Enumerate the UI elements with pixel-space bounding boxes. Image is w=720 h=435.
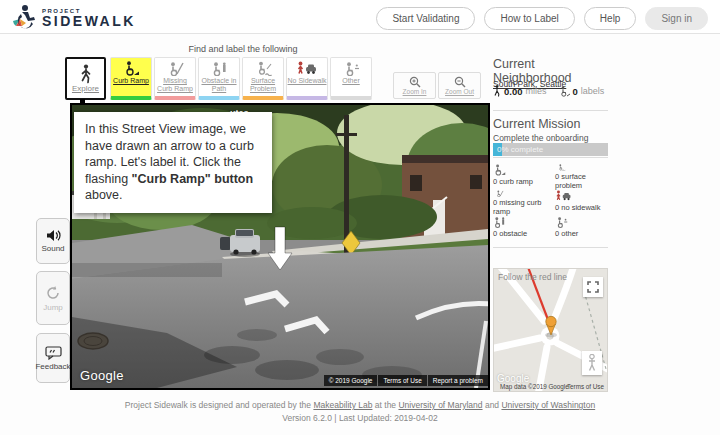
help-button[interactable]: Help	[584, 7, 637, 30]
sign-in-button[interactable]: Sign in	[645, 7, 708, 30]
jump-reset-icon	[45, 285, 61, 301]
pegman-icon	[587, 354, 597, 372]
label-buttons-row: Curb Ramp Missing Curb Ramp Obstacle in …	[110, 57, 372, 100]
map-attribution: Map data ©2019 Google	[500, 383, 569, 390]
zoom-in-button[interactable]: Zoom In	[393, 72, 436, 99]
label-button-text: Surface Problem	[243, 77, 283, 93]
label-button-surface-problem[interactable]: Surface Problem	[242, 57, 284, 100]
mission-progress-text: 0% complete	[497, 145, 543, 154]
surface-problem-icon	[255, 61, 272, 76]
curb-ramp-count-icon	[493, 164, 506, 176]
missing-curb-ramp-count-icon	[493, 190, 506, 197]
tutorial-text-after: above.	[85, 188, 123, 202]
zoom-in-icon	[409, 76, 421, 88]
header-nav: Start Validating How to Label Help Sign …	[376, 7, 708, 30]
sidebar-divider	[493, 157, 608, 158]
feedback-button[interactable]: Feedback	[36, 333, 70, 383]
mission-title: Current Mission	[493, 117, 608, 131]
label-button-text: Missing Curb Ramp	[155, 77, 195, 93]
label-button-text: Obstacle in Path	[199, 77, 239, 93]
feedback-button-label: Feedback	[35, 362, 70, 371]
feedback-speech-bubble-icon	[45, 346, 62, 360]
footer-credits: Project Sidewalk is designed and operate…	[0, 399, 720, 412]
sound-button-label: Sound	[41, 244, 64, 253]
gsv-copyright: © 2019 Google	[324, 375, 378, 386]
explore-button-label: Explore	[72, 84, 99, 93]
sound-button[interactable]: Sound	[36, 218, 70, 264]
count-obstacle: 0 obstacle	[493, 216, 555, 242]
label-counts-grid: 0 curb ramp 0 surface problem 0 missing …	[493, 164, 615, 242]
other-count-icon	[555, 216, 568, 228]
map-terms-link[interactable]: Terms of Use	[567, 383, 604, 390]
curb-ramp-icon	[123, 61, 140, 76]
sidebar-divider	[493, 110, 608, 111]
fullscreen-icon	[587, 281, 599, 293]
count-other: 0 other	[555, 216, 615, 242]
walking-person-mini-icon	[493, 85, 501, 97]
count-surface-problem: 0 surface problem	[555, 164, 615, 190]
tutorial-popup: In this Street View image, we have drawn…	[74, 112, 272, 213]
surface-problem-count-icon	[555, 164, 568, 171]
jump-button[interactable]: Jump	[36, 271, 70, 325]
miles-unit: miles	[526, 86, 547, 96]
label-button-no-sidewalk[interactable]: No Sidewalk	[286, 57, 328, 100]
gsv-terms-link[interactable]: Terms of Use	[377, 375, 426, 386]
label-button-other[interactable]: Other	[330, 57, 372, 100]
zoom-buttons: Zoom In Zoom Out	[393, 72, 481, 99]
labels-stat: 0 labels	[559, 86, 605, 97]
jump-button-label: Jump	[43, 303, 63, 312]
no-sidewalk-count-icon	[555, 190, 572, 202]
university-of-maryland-link[interactable]: University of Maryland	[398, 400, 482, 410]
logo-wheelchair-icon	[12, 4, 38, 31]
map-instruction: Follow the red line	[498, 272, 567, 282]
label-button-text: No Sidewalk	[288, 77, 327, 85]
pegman-button[interactable]	[582, 351, 602, 375]
zoom-out-button[interactable]: Zoom Out	[438, 72, 481, 99]
footer-version: Version 6.2.0 | Last Updated: 2019-04-02	[0, 412, 720, 425]
project-sidewalk-logo[interactable]: PROJECT SIDEWALK	[12, 4, 136, 31]
labels-value: 0	[573, 86, 578, 97]
toolbar-heading: Find and label the following	[110, 44, 376, 54]
gsv-report-problem-link[interactable]: Report a problem	[427, 375, 488, 386]
miles-stat: 0.00 miles	[493, 85, 547, 97]
footer: Project Sidewalk is designed and operate…	[0, 399, 720, 425]
zoom-out-label: Zoom Out	[445, 88, 474, 95]
label-button-text: Curb Ramp	[113, 77, 149, 85]
no-sidewalk-icon	[296, 61, 318, 76]
gsv-attribution-bar: © 2019 Google Terms of Use Report a prob…	[324, 375, 488, 386]
project-sidewalk-app: PROJECT SIDEWALK Start Validating How to…	[0, 0, 720, 435]
count-curb-ramp: 0 curb ramp	[493, 164, 555, 190]
labels-unit: labels	[581, 86, 605, 96]
zoom-out-icon	[454, 76, 466, 88]
fullscreen-button[interactable]	[583, 277, 603, 297]
other-label-icon	[343, 61, 360, 76]
makeability-lab-link[interactable]: Makeability Lab	[313, 400, 372, 410]
speaker-icon	[46, 229, 61, 242]
sidebar-divider	[493, 247, 608, 248]
tutorial-text-bold: "Curb Ramp" button	[132, 172, 254, 186]
missing-curb-ramp-icon	[167, 61, 184, 76]
miles-value: 0.00	[504, 86, 523, 97]
start-validating-button[interactable]: Start Validating	[376, 7, 475, 30]
obstacle-in-path-icon	[211, 61, 228, 76]
street-view-panorama[interactable]: utes In this Street View image, we have …	[70, 103, 490, 390]
university-of-washington-link[interactable]: University of Washington	[501, 400, 595, 410]
label-button-text: Other	[342, 77, 360, 85]
google-watermark: Google	[80, 368, 124, 383]
label-button-obstacle-in-path[interactable]: Obstacle in Path	[198, 57, 240, 100]
explore-button[interactable]: Explore	[65, 57, 106, 100]
how-to-label-button[interactable]: How to Label	[484, 7, 574, 30]
neighborhood-stats: 0.00 miles 0 labels	[493, 85, 623, 97]
walking-person-icon	[78, 64, 94, 84]
obstacle-count-icon	[493, 216, 506, 228]
count-no-sidewalk: 0 no sidewalk	[555, 190, 615, 216]
logo-sidewalk-text: SIDEWALK	[42, 14, 136, 28]
label-button-curb-ramp[interactable]: Curb Ramp	[110, 57, 152, 100]
mini-map[interactable]: Follow the red line Google Map data ©201…	[493, 268, 608, 392]
mission-progress-bar: 0% complete	[493, 143, 608, 156]
label-button-missing-curb-ramp[interactable]: Missing Curb Ramp	[154, 57, 196, 100]
header-bar: PROJECT SIDEWALK Start Validating How to…	[0, 0, 720, 34]
zoom-in-label: Zoom In	[403, 88, 427, 95]
label-count-mini-icon	[559, 86, 570, 97]
count-missing-curb-ramp: 0 missing curb ramp	[493, 190, 555, 216]
